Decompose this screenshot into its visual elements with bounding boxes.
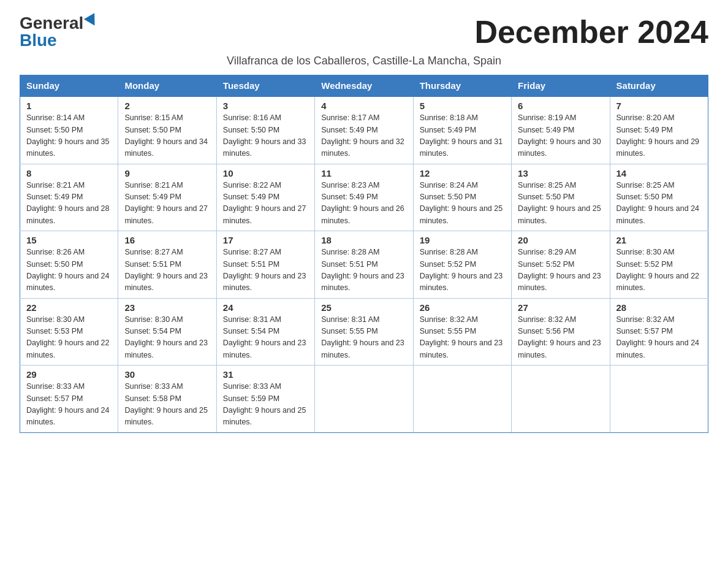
calendar-cell-week5-day3 xyxy=(315,366,413,433)
day-number: 9 xyxy=(124,168,210,178)
day-info: Sunrise: 8:14 AMSunset: 5:50 PMDaylight:… xyxy=(26,113,110,158)
day-info: Sunrise: 8:27 AMSunset: 5:51 PMDaylight:… xyxy=(223,248,306,292)
day-number: 7 xyxy=(616,101,702,111)
page-header: General Blue December 2024 xyxy=(20,15,708,50)
day-number: 2 xyxy=(124,101,210,111)
day-number: 13 xyxy=(518,168,603,178)
calendar-cell-week3-day1: 16 Sunrise: 8:27 AMSunset: 5:51 PMDaylig… xyxy=(118,231,216,299)
calendar-cell-week5-day2: 31 Sunrise: 8:33 AMSunset: 5:59 PMDaylig… xyxy=(216,366,314,433)
calendar-week-row-3: 15 Sunrise: 8:26 AMSunset: 5:50 PMDaylig… xyxy=(20,231,708,299)
day-info: Sunrise: 8:16 AMSunset: 5:50 PMDaylight:… xyxy=(223,113,306,158)
day-info: Sunrise: 8:17 AMSunset: 5:49 PMDaylight:… xyxy=(321,113,404,158)
day-number: 10 xyxy=(223,168,308,178)
calendar-cell-week1-day4: 5 Sunrise: 8:18 AMSunset: 5:49 PMDayligh… xyxy=(413,96,511,164)
day-info: Sunrise: 8:21 AMSunset: 5:49 PMDaylight:… xyxy=(124,181,208,225)
month-title: December 2024 xyxy=(474,15,708,50)
day-number: 15 xyxy=(26,235,112,245)
calendar-cell-week5-day5 xyxy=(512,366,610,433)
calendar-cell-week2-day5: 13 Sunrise: 8:25 AMSunset: 5:50 PMDaylig… xyxy=(512,164,610,231)
calendar-week-row-2: 8 Sunrise: 8:21 AMSunset: 5:49 PMDayligh… xyxy=(20,164,708,231)
day-number: 28 xyxy=(616,302,702,313)
day-info: Sunrise: 8:25 AMSunset: 5:50 PMDaylight:… xyxy=(518,181,601,225)
calendar-cell-week4-day3: 25 Sunrise: 8:31 AMSunset: 5:55 PMDaylig… xyxy=(315,298,413,366)
calendar-cell-week1-day2: 3 Sunrise: 8:16 AMSunset: 5:50 PMDayligh… xyxy=(216,96,314,164)
day-number: 30 xyxy=(124,369,210,380)
logo: General Blue xyxy=(20,15,98,49)
day-info: Sunrise: 8:28 AMSunset: 5:51 PMDaylight:… xyxy=(321,248,404,292)
day-number: 25 xyxy=(321,302,406,313)
day-number: 24 xyxy=(223,302,308,313)
calendar-cell-week3-day5: 20 Sunrise: 8:29 AMSunset: 5:52 PMDaylig… xyxy=(512,231,610,299)
day-info: Sunrise: 8:30 AMSunset: 5:54 PMDaylight:… xyxy=(124,315,208,359)
day-info: Sunrise: 8:20 AMSunset: 5:49 PMDaylight:… xyxy=(616,113,700,158)
calendar-cell-week4-day2: 24 Sunrise: 8:31 AMSunset: 5:54 PMDaylig… xyxy=(216,298,314,366)
day-number: 18 xyxy=(321,235,406,245)
day-info: Sunrise: 8:31 AMSunset: 5:55 PMDaylight:… xyxy=(321,315,404,359)
day-number: 5 xyxy=(420,101,505,111)
calendar-cell-week1-day3: 4 Sunrise: 8:17 AMSunset: 5:49 PMDayligh… xyxy=(315,96,413,164)
col-header-thursday: Thursday xyxy=(413,75,511,97)
calendar-cell-week3-day4: 19 Sunrise: 8:28 AMSunset: 5:52 PMDaylig… xyxy=(413,231,511,299)
calendar-cell-week1-day0: 1 Sunrise: 8:14 AMSunset: 5:50 PMDayligh… xyxy=(20,96,118,164)
calendar-cell-week3-day0: 15 Sunrise: 8:26 AMSunset: 5:50 PMDaylig… xyxy=(20,231,118,299)
calendar-cell-week4-day6: 28 Sunrise: 8:32 AMSunset: 5:57 PMDaylig… xyxy=(610,298,708,366)
day-number: 6 xyxy=(518,101,603,111)
calendar-cell-week4-day4: 26 Sunrise: 8:32 AMSunset: 5:55 PMDaylig… xyxy=(413,298,511,366)
logo-blue-text: Blue xyxy=(20,32,57,49)
calendar-cell-week4-day5: 27 Sunrise: 8:32 AMSunset: 5:56 PMDaylig… xyxy=(512,298,610,366)
calendar-cell-week1-day5: 6 Sunrise: 8:19 AMSunset: 5:49 PMDayligh… xyxy=(512,96,610,164)
day-info: Sunrise: 8:32 AMSunset: 5:57 PMDaylight:… xyxy=(616,315,700,359)
day-number: 23 xyxy=(124,302,210,313)
calendar-cell-week2-day0: 8 Sunrise: 8:21 AMSunset: 5:49 PMDayligh… xyxy=(20,164,118,231)
day-info: Sunrise: 8:31 AMSunset: 5:54 PMDaylight:… xyxy=(223,315,306,359)
day-info: Sunrise: 8:33 AMSunset: 5:59 PMDaylight:… xyxy=(223,382,306,426)
day-number: 1 xyxy=(26,101,112,111)
day-number: 12 xyxy=(420,168,505,178)
col-header-saturday: Saturday xyxy=(610,75,708,97)
col-header-wednesday: Wednesday xyxy=(315,75,413,97)
calendar-cell-week1-day6: 7 Sunrise: 8:20 AMSunset: 5:49 PMDayligh… xyxy=(610,96,708,164)
col-header-monday: Monday xyxy=(118,75,216,97)
day-number: 16 xyxy=(124,235,210,245)
day-info: Sunrise: 8:25 AMSunset: 5:50 PMDaylight:… xyxy=(616,181,700,225)
col-header-tuesday: Tuesday xyxy=(216,75,314,97)
day-number: 27 xyxy=(518,302,603,313)
calendar-cell-week2-day2: 10 Sunrise: 8:22 AMSunset: 5:49 PMDaylig… xyxy=(216,164,314,231)
col-header-sunday: Sunday xyxy=(20,75,118,97)
calendar-cell-week2-day3: 11 Sunrise: 8:23 AMSunset: 5:49 PMDaylig… xyxy=(315,164,413,231)
day-number: 3 xyxy=(223,101,308,111)
calendar-cell-week5-day6 xyxy=(610,366,708,433)
day-info: Sunrise: 8:30 AMSunset: 5:52 PMDaylight:… xyxy=(616,248,700,292)
calendar-cell-week3-day2: 17 Sunrise: 8:27 AMSunset: 5:51 PMDaylig… xyxy=(216,231,314,299)
day-info: Sunrise: 8:24 AMSunset: 5:50 PMDaylight:… xyxy=(420,181,503,225)
day-info: Sunrise: 8:15 AMSunset: 5:50 PMDaylight:… xyxy=(124,113,208,158)
calendar-cell-week4-day1: 23 Sunrise: 8:30 AMSunset: 5:54 PMDaylig… xyxy=(118,298,216,366)
day-number: 26 xyxy=(420,302,505,313)
calendar-cell-week5-day1: 30 Sunrise: 8:33 AMSunset: 5:58 PMDaylig… xyxy=(118,366,216,433)
calendar-cell-week5-day0: 29 Sunrise: 8:33 AMSunset: 5:57 PMDaylig… xyxy=(20,366,118,433)
day-number: 8 xyxy=(26,168,112,178)
calendar-cell-week3-day3: 18 Sunrise: 8:28 AMSunset: 5:51 PMDaylig… xyxy=(315,231,413,299)
day-number: 21 xyxy=(616,235,702,245)
location-subtitle: Villafranca de los Caballeros, Castille-… xyxy=(20,55,708,67)
day-info: Sunrise: 8:29 AMSunset: 5:52 PMDaylight:… xyxy=(518,248,601,292)
logo-general-text: General xyxy=(20,15,83,32)
day-number: 4 xyxy=(321,101,406,111)
calendar-cell-week1-day1: 2 Sunrise: 8:15 AMSunset: 5:50 PMDayligh… xyxy=(118,96,216,164)
day-number: 29 xyxy=(26,369,112,380)
day-info: Sunrise: 8:33 AMSunset: 5:58 PMDaylight:… xyxy=(124,382,208,426)
day-info: Sunrise: 8:19 AMSunset: 5:49 PMDaylight:… xyxy=(518,113,601,158)
day-number: 14 xyxy=(616,168,702,178)
day-info: Sunrise: 8:30 AMSunset: 5:53 PMDaylight:… xyxy=(26,315,110,359)
logo-triangle-icon xyxy=(84,13,100,29)
calendar-cell-week2-day6: 14 Sunrise: 8:25 AMSunset: 5:50 PMDaylig… xyxy=(610,164,708,231)
calendar-table: Sunday Monday Tuesday Wednesday Thursday… xyxy=(20,75,708,433)
day-number: 11 xyxy=(321,168,406,178)
day-info: Sunrise: 8:33 AMSunset: 5:57 PMDaylight:… xyxy=(26,382,110,426)
day-number: 31 xyxy=(223,369,308,380)
day-info: Sunrise: 8:18 AMSunset: 5:49 PMDaylight:… xyxy=(420,113,503,158)
calendar-cell-week2-day1: 9 Sunrise: 8:21 AMSunset: 5:49 PMDayligh… xyxy=(118,164,216,231)
day-number: 19 xyxy=(420,235,505,245)
day-info: Sunrise: 8:26 AMSunset: 5:50 PMDaylight:… xyxy=(26,248,110,292)
calendar-cell-week3-day6: 21 Sunrise: 8:30 AMSunset: 5:52 PMDaylig… xyxy=(610,231,708,299)
